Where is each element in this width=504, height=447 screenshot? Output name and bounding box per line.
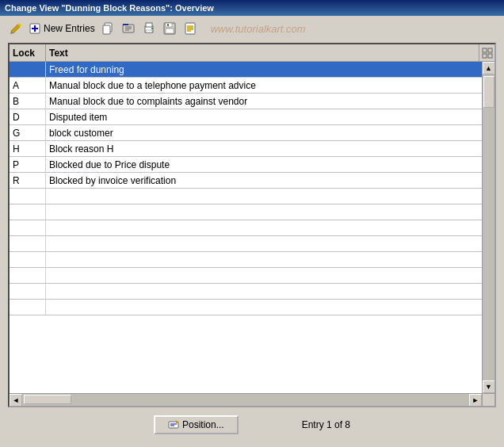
- scrollbar-corner: [482, 393, 494, 406]
- details-icon[interactable]: [120, 21, 136, 36]
- svg-rect-11: [146, 30, 152, 32]
- horizontal-scrollbar[interactable]: ◄ ►: [10, 393, 482, 406]
- cell-lock: [10, 204, 46, 220]
- main-window: Change View "Dunning Block Reasons": Ove…: [0, 0, 504, 447]
- table-row[interactable]: Gblock customer: [10, 125, 482, 141]
- table-row[interactable]: [10, 204, 482, 220]
- export-icon[interactable]: [182, 21, 198, 36]
- cell-text: Blocked by invoice verification: [46, 173, 482, 188]
- svg-rect-15: [166, 29, 174, 33]
- cell-lock: [10, 268, 46, 283]
- scroll-track-h[interactable]: [22, 394, 469, 406]
- cell-lock: B: [10, 94, 46, 109]
- svg-rect-17: [185, 23, 195, 34]
- grid-settings-button[interactable]: [479, 44, 494, 61]
- table-row[interactable]: [10, 300, 482, 315]
- table-row[interactable]: [10, 220, 482, 236]
- scroll-thumb-v[interactable]: [483, 76, 494, 108]
- svg-rect-10: [146, 23, 152, 27]
- table-row[interactable]: PBlocked due to Price dispute: [10, 157, 482, 173]
- table-body: Freed for dunningAManual block due to a …: [10, 62, 482, 393]
- cell-text: [46, 204, 482, 220]
- new-entries-button[interactable]: New Entries: [29, 22, 95, 35]
- table-row[interactable]: [10, 189, 482, 204]
- svg-rect-25: [488, 54, 492, 58]
- cell-text: [46, 284, 482, 299]
- position-btn-label: Position...: [182, 419, 224, 430]
- scroll-thumb-h[interactable]: [24, 395, 71, 404]
- title-bar: Change View "Dunning Block Reasons": Ove…: [0, 0, 504, 16]
- cell-lock: G: [10, 125, 46, 140]
- table-row[interactable]: [10, 284, 482, 300]
- svg-rect-24: [483, 54, 487, 58]
- cell-text: block customer: [46, 125, 482, 140]
- toolbar: New Entries: [8, 21, 496, 36]
- cell-text: [46, 300, 482, 315]
- scroll-down-button[interactable]: ▼: [483, 380, 495, 393]
- cell-lock: [10, 62, 46, 77]
- cell-text: [46, 189, 482, 204]
- table-row[interactable]: RBlocked by invoice verification: [10, 173, 482, 189]
- cell-lock: H: [10, 141, 46, 156]
- content-area: New Entries: [0, 16, 504, 447]
- table-row[interactable]: DDisputed item: [10, 109, 482, 125]
- edit-icon[interactable]: [8, 21, 24, 36]
- vertical-scrollbar[interactable]: ▲ ▼: [482, 62, 494, 393]
- cell-text: [46, 220, 482, 235]
- cell-text: Manual block due to complaints against v…: [46, 94, 482, 109]
- table-row[interactable]: Freed for dunning: [10, 62, 482, 78]
- cell-lock: [10, 300, 46, 315]
- cell-lock: [10, 236, 46, 251]
- svg-rect-23: [488, 48, 492, 52]
- table-row[interactable]: HBlock reason H: [10, 141, 482, 157]
- cell-text: Block reason H: [46, 141, 482, 156]
- table-scroll-area: Freed for dunningAManual block due to a …: [10, 62, 494, 393]
- copy-icon[interactable]: [100, 21, 116, 36]
- save-icon[interactable]: [162, 21, 178, 36]
- svg-rect-4: [103, 25, 110, 34]
- cell-lock: [10, 252, 46, 267]
- cell-text: Blocked due to Price dispute: [46, 157, 482, 172]
- scroll-track-v[interactable]: [483, 74, 494, 380]
- cell-lock: D: [10, 109, 46, 124]
- cell-text: [46, 236, 482, 251]
- cell-lock: [10, 189, 46, 204]
- svg-rect-16: [167, 24, 169, 26]
- scroll-up-button[interactable]: ▲: [483, 62, 495, 74]
- print-icon[interactable]: [141, 21, 157, 36]
- cell-text: Disputed item: [46, 109, 482, 124]
- new-entries-label: New Entries: [44, 23, 95, 34]
- svg-rect-22: [483, 48, 487, 52]
- table-row[interactable]: AManual block due to a telephone payment…: [10, 78, 482, 94]
- footer: Position... Entry 1 of 8: [8, 407, 496, 442]
- svg-point-12: [151, 28, 153, 29]
- data-table: Lock Text Freed for dunningAManual block…: [8, 43, 496, 407]
- cell-lock: [10, 220, 46, 235]
- cell-lock: A: [10, 78, 46, 93]
- table-row[interactable]: [10, 236, 482, 252]
- table-bottom: ◄ ►: [10, 393, 494, 406]
- cell-lock: [10, 284, 46, 299]
- position-button[interactable]: Position...: [154, 415, 239, 434]
- entry-info: Entry 1 of 8: [302, 419, 350, 430]
- table-row[interactable]: [10, 252, 482, 268]
- table-row[interactable]: [10, 268, 482, 284]
- cell-lock: P: [10, 157, 46, 172]
- col-text-header: Text: [46, 44, 479, 61]
- scroll-left-button[interactable]: ◄: [10, 394, 22, 407]
- cell-lock: R: [10, 173, 46, 188]
- cell-text: [46, 252, 482, 267]
- table-header: Lock Text: [10, 44, 494, 62]
- window-title: Change View "Dunning Block Reasons": Ove…: [5, 3, 214, 13]
- scroll-right-button[interactable]: ►: [469, 394, 482, 407]
- watermark: www.tutorialkart.com: [211, 23, 306, 35]
- cell-text: [46, 268, 482, 283]
- table-row[interactable]: BManual block due to complaints against …: [10, 94, 482, 109]
- col-lock-header: Lock: [10, 44, 46, 61]
- cell-text: Freed for dunning: [46, 62, 482, 77]
- cell-text: Manual block due to a telephone payment …: [46, 78, 482, 93]
